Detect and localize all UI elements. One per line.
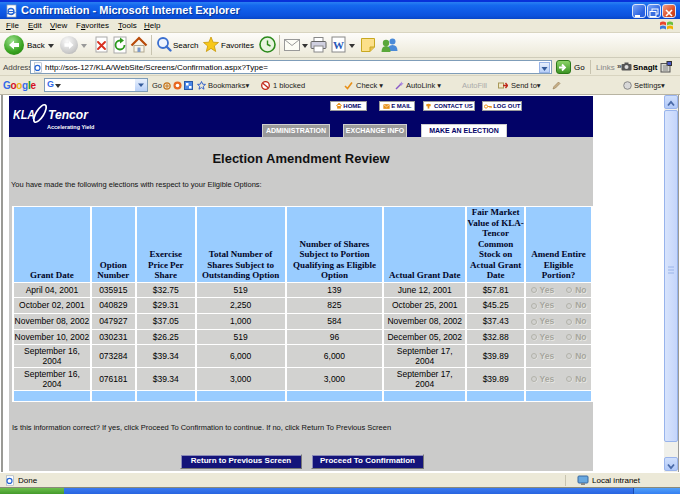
svg-text:W: W (333, 39, 344, 51)
svg-text:KLA: KLA (13, 107, 35, 122)
svg-text:Tencor: Tencor (48, 107, 89, 122)
